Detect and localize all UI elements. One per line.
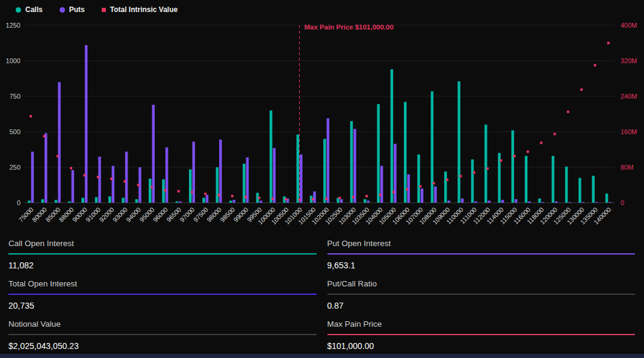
intrinsic-point bbox=[473, 171, 475, 174]
stats-grid: Call Open Interest 11,082 Put Open Inter… bbox=[0, 232, 644, 358]
x-axis-label: 93000 bbox=[111, 206, 129, 223]
left-axis-label: 1250 bbox=[6, 22, 20, 29]
intrinsic-point bbox=[338, 197, 341, 199]
x-axis-label: 98500 bbox=[218, 206, 236, 223]
calls-bar bbox=[377, 104, 380, 203]
calls-bar bbox=[135, 199, 138, 203]
intrinsic-point bbox=[365, 195, 368, 197]
stat-value: 9,653.1 bbox=[327, 261, 636, 270]
calls-bar bbox=[229, 200, 232, 203]
calls-bar bbox=[565, 167, 568, 203]
puts-bar bbox=[542, 202, 545, 203]
calls-bar bbox=[323, 139, 326, 203]
stat-value: 11,082 bbox=[8, 261, 317, 270]
x-axis-label: 97000 bbox=[178, 206, 196, 223]
calls-bar bbox=[350, 121, 353, 203]
calls-bar bbox=[512, 131, 515, 203]
left-axis-label: 1000 bbox=[6, 57, 20, 64]
intrinsic-point bbox=[607, 42, 610, 45]
intrinsic-point bbox=[110, 177, 113, 180]
calls-bar bbox=[28, 200, 31, 203]
intrinsic-point bbox=[433, 182, 435, 185]
intrinsic-point bbox=[178, 190, 180, 193]
calls-bar bbox=[417, 155, 420, 203]
intrinsic-point bbox=[527, 150, 529, 153]
stat-accent-line bbox=[8, 334, 317, 335]
calls-bar bbox=[444, 171, 447, 203]
calls-bar bbox=[202, 198, 205, 203]
footer-accent-bar bbox=[0, 354, 644, 358]
puts-bar bbox=[98, 156, 101, 203]
puts-bar bbox=[474, 202, 477, 203]
stat-label: Put Open Interest bbox=[327, 239, 636, 248]
intrinsic-legend-marker-icon bbox=[102, 8, 106, 12]
puts-bar bbox=[568, 202, 571, 203]
intrinsic-point bbox=[123, 181, 126, 183]
puts-bar bbox=[45, 133, 48, 203]
x-axis-label: 88000 bbox=[57, 206, 75, 223]
intrinsic-point bbox=[567, 111, 569, 113]
calls-bar bbox=[270, 111, 273, 203]
x-axis-label: 97500 bbox=[192, 206, 209, 223]
puts-bar bbox=[327, 119, 330, 203]
intrinsic-point bbox=[419, 185, 421, 188]
intrinsic-point bbox=[137, 184, 140, 187]
intrinsic-point bbox=[57, 155, 59, 158]
stat-accent-line bbox=[8, 253, 317, 255]
left-axis-label: 250 bbox=[10, 164, 20, 171]
calls-bar bbox=[605, 194, 608, 203]
left-axis-label: 750 bbox=[10, 93, 20, 100]
chart-legend: Calls Puts Total Intrinsic Value bbox=[16, 5, 178, 14]
intrinsic-point bbox=[580, 88, 583, 91]
calls-bar bbox=[95, 197, 98, 203]
calls-bar bbox=[391, 69, 394, 203]
puts-legend-marker-icon bbox=[60, 7, 65, 13]
stat-put-call-ratio: Put/Call Ratio 0.87 bbox=[327, 279, 636, 310]
calls-bar bbox=[81, 198, 84, 203]
x-axis-label: 94000 bbox=[125, 206, 142, 223]
intrinsic-point bbox=[43, 135, 45, 137]
puts-bar bbox=[421, 188, 424, 203]
stat-label: Notional Value bbox=[8, 319, 317, 329]
x-axis-label: 90000 bbox=[71, 206, 88, 223]
x-axis-label: 85000 bbox=[44, 206, 61, 223]
legend-intrinsic-label: Total Intrinsic Value bbox=[110, 5, 178, 14]
calls-bar bbox=[485, 125, 488, 203]
puts-bar bbox=[300, 155, 303, 203]
puts-bar bbox=[259, 200, 262, 203]
legend-item-intrinsic[interactable]: Total Intrinsic Value bbox=[102, 5, 178, 14]
stat-accent-line bbox=[327, 334, 636, 335]
stat-accent-line bbox=[327, 253, 636, 255]
legend-calls-label: Calls bbox=[25, 5, 43, 14]
left-axis-label: 500 bbox=[10, 128, 20, 135]
right-axis-label: 400M bbox=[621, 22, 637, 29]
stat-label: Put/Call Ratio bbox=[327, 279, 636, 288]
stat-accent-line bbox=[327, 294, 636, 295]
calls-bar bbox=[431, 91, 434, 203]
puts-bar bbox=[166, 147, 169, 203]
stat-max-pain-price: Max Pain Price $101,000.00 bbox=[327, 319, 636, 351]
calls-bar bbox=[68, 202, 71, 203]
calls-bar bbox=[41, 199, 44, 203]
puts-bar bbox=[353, 129, 356, 203]
intrinsic-point bbox=[97, 176, 99, 178]
calls-bar bbox=[592, 176, 595, 203]
calls-bar bbox=[457, 81, 460, 203]
stat-label: Max Pain Price bbox=[327, 319, 636, 329]
calls-bar bbox=[525, 156, 528, 203]
x-axis-label: 92000 bbox=[98, 206, 115, 223]
legend-item-calls[interactable]: Calls bbox=[16, 5, 43, 14]
puts-bar bbox=[380, 166, 383, 203]
puts-bar bbox=[219, 140, 222, 203]
right-axis-label: 0 bbox=[621, 199, 624, 206]
left-axis-label: 0 bbox=[17, 199, 20, 206]
legend-item-puts[interactable]: Puts bbox=[60, 5, 85, 14]
puts-bar bbox=[488, 200, 491, 203]
right-axis-label: 160M bbox=[621, 128, 637, 135]
puts-bar bbox=[434, 187, 437, 203]
stat-put-open-interest: Put Open Interest 9,653.1 bbox=[327, 239, 636, 270]
stat-value: 0.87 bbox=[327, 301, 636, 310]
right-axis-label: 320M bbox=[621, 57, 637, 64]
calls-bar bbox=[578, 178, 581, 203]
right-axis-label: 80M bbox=[621, 164, 633, 171]
